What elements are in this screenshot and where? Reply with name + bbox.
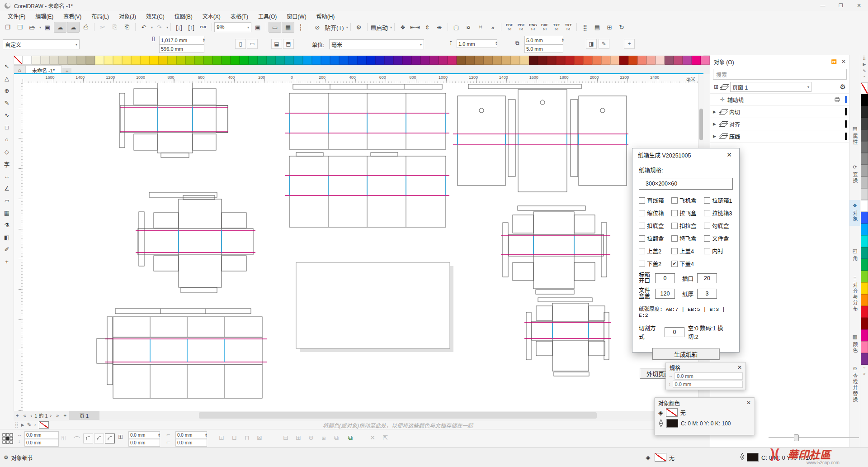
cut-icon[interactable]: ✂ [97, 22, 108, 32]
paper-thickness-field[interactable]: 3 [697, 289, 717, 299]
more-tools[interactable]: + [1, 256, 12, 267]
copy-icon[interactable]: ⎘ [109, 22, 121, 32]
cloud-download-icon[interactable]: ☁ [54, 22, 66, 33]
palette-no-color-swatch[interactable] [39, 421, 49, 429]
box-macro-icon[interactable]: ❖ [397, 22, 409, 32]
palette-swatch[interactable] [610, 56, 619, 65]
maximize-button[interactable]: ❐ [832, 0, 850, 11]
checkbox-icon[interactable] [639, 210, 645, 216]
round-corner-button[interactable] [83, 434, 93, 443]
layers-icon[interactable] [721, 84, 727, 90]
menu-item[interactable]: 窗口(W) [282, 11, 311, 21]
save-icon[interactable]: ▣ [42, 22, 53, 32]
polygon-tool[interactable]: ◇ [1, 146, 12, 157]
expand-arrow-icon[interactable]: ▶ [713, 134, 717, 138]
width-measure-icon[interactable]: ⇤⇥ [409, 22, 421, 32]
checkbox-icon[interactable] [671, 210, 678, 216]
object-color-close-icon[interactable]: ✕ [746, 400, 751, 406]
palette-swatch[interactable] [592, 56, 601, 65]
std-opening-field[interactable]: 0 [655, 273, 675, 283]
page-preset-combo[interactable]: 自定义▾ [3, 39, 80, 49]
new-from-template-icon[interactable]: ❒ [14, 22, 26, 32]
palette-swatch[interactable] [502, 56, 511, 65]
right-palette-swatch[interactable] [861, 259, 868, 271]
checkbox-icon[interactable] [639, 261, 645, 267]
back-minus-front-icon[interactable]: ⊖ [306, 434, 316, 441]
connector-tool[interactable]: ∠ [1, 183, 12, 194]
tab-transform[interactable]: ⟳ 变换 [849, 162, 860, 187]
shape-tool[interactable]: △ [1, 73, 12, 84]
palette-swatch[interactable] [258, 56, 267, 65]
boundary-icon[interactable]: ⊡ [216, 434, 227, 441]
export-pdf-b[interactable]: PDF[+] [515, 22, 527, 32]
previous-page-icon[interactable]: ‹ [28, 413, 35, 418]
palette-swatch[interactable] [357, 56, 366, 65]
menu-item[interactable]: 对象(J) [114, 11, 141, 21]
palette-swatch[interactable] [692, 56, 701, 65]
palette-swatch[interactable] [420, 56, 429, 65]
paste-icon[interactable]: ⎗ [121, 22, 133, 32]
palette-swatch[interactable] [149, 56, 158, 65]
units-combo[interactable]: 毫米▾ [329, 39, 424, 49]
palette-swatch[interactable] [556, 56, 565, 65]
palette-swatch[interactable] [185, 56, 194, 65]
right-palette-swatch[interactable] [861, 153, 868, 165]
dimension-measure-icon[interactable]: ⇹ [434, 22, 445, 32]
print-icon[interactable]: ⎙ [80, 22, 92, 32]
simplify-icon[interactable]: ⊟ [280, 434, 291, 441]
palette-swatch[interactable] [429, 56, 439, 65]
box-type-checkbox[interactable]: 缩位箱 [639, 209, 671, 217]
palette-swatch[interactable] [285, 56, 294, 65]
palette-swatch[interactable] [41, 56, 50, 65]
palette-swatch[interactable] [321, 56, 330, 65]
palette-swatch[interactable] [538, 56, 547, 65]
home-tab-icon[interactable]: ⌂ [14, 65, 25, 74]
duplicate-y-field[interactable]: 5.0 mm [524, 44, 563, 53]
palette-swatch[interactable] [303, 56, 312, 65]
vpalette-scroll-up-icon[interactable]: ⌃ [863, 76, 866, 82]
open-caret-icon[interactable]: ▾ [39, 25, 41, 29]
export-png[interactable]: PNG[+] [527, 22, 539, 32]
menu-item[interactable]: 工具(O) [253, 11, 282, 21]
right-palette-swatch[interactable] [861, 141, 868, 153]
rectangle-tool[interactable]: □ [1, 122, 12, 133]
right-palette-swatch[interactable] [861, 271, 868, 282]
snap-menu[interactable]: 贴齐(T) [324, 22, 345, 32]
window-grid-icon[interactable]: ⊞ [604, 22, 615, 32]
duplicate-x-field[interactable]: 5.0 mm [524, 36, 563, 44]
palette-eyedropper-icon[interactable]: ✎ [27, 422, 32, 428]
palette-swatch[interactable] [158, 56, 167, 65]
grid-toggle-icon[interactable]: ▦ [282, 22, 294, 33]
nudge-spinner[interactable]: ▲▼ [495, 41, 498, 46]
dieline-group-6[interactable] [97, 309, 267, 398]
checkbox-icon[interactable] [704, 248, 710, 254]
horizontal-ruler[interactable]: 1600140012001000800600400200020040060080… [23, 74, 698, 84]
horizontal-scrollbar-thumb[interactable] [199, 412, 597, 419]
page-combo[interactable]: 页面 1▾ [730, 82, 811, 92]
palette-swatch[interactable] [619, 56, 628, 65]
vpalette-overflow-icon[interactable]: » [863, 372, 865, 378]
palette-swatch[interactable] [448, 56, 457, 65]
corner-radius-4-field[interactable]: 0.0 mm [175, 439, 207, 447]
dimension-tool[interactable]: ↔ [1, 171, 12, 181]
box-type-checkbox[interactable]: 上盖2 [639, 247, 671, 255]
slot-field[interactable]: 20 [697, 273, 717, 283]
docker-search-input[interactable]: 搜索 [713, 69, 847, 80]
generate-carton-button[interactable]: 生成纸箱 [652, 348, 719, 360]
palette-swatch[interactable] [77, 56, 86, 65]
palette-swatch[interactable] [646, 56, 656, 65]
zoom-tool[interactable]: ⊕ [1, 85, 12, 96]
palette-swatch[interactable] [393, 56, 402, 65]
checkbox-icon[interactable] [639, 223, 645, 229]
checkbox-icon[interactable] [704, 223, 710, 229]
file-cover-field[interactable]: 120 [655, 289, 675, 299]
box-type-checkbox[interactable]: 拉链箱1 [704, 196, 736, 205]
right-palette-swatch[interactable] [861, 294, 868, 306]
palette-swatch[interactable] [457, 56, 466, 65]
menu-item[interactable]: 文本(X) [198, 11, 226, 21]
vertical-ruler[interactable] [14, 83, 23, 411]
box-type-checkbox[interactable]: 拉翻盒 [639, 234, 671, 243]
dieline-group-4[interactable] [453, 84, 628, 192]
cloud-upload-icon[interactable]: ☁ [67, 22, 80, 33]
status-outline-swatch[interactable] [747, 453, 759, 462]
